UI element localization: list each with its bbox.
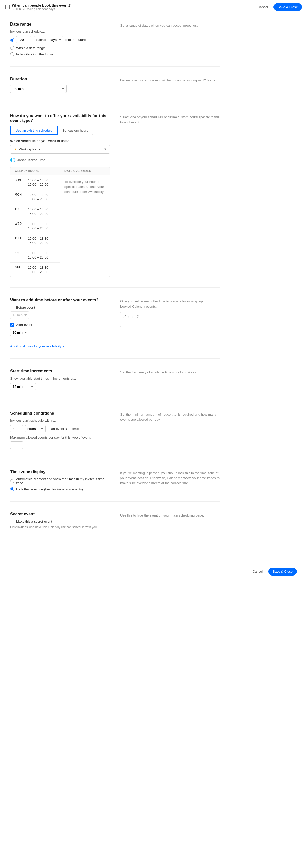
- table-row: SUN10:00 – 13:3015:00 – 20:00: [10, 175, 60, 190]
- timezone-display-title: Time zone display: [10, 469, 110, 474]
- timezone-row: 🌐 Japan, Korea Time: [10, 158, 110, 162]
- start-time-description: Show available start times in increments…: [10, 376, 110, 380]
- after-event-select[interactable]: 10 min 5 min 15 min 30 min: [10, 329, 29, 336]
- date-range-help: Set a range of dates when you can accept…: [120, 22, 220, 56]
- date-overrides-header: DATE OVERRIDES: [60, 167, 110, 175]
- duration-select[interactable]: 30 min 15 min 45 min 60 min: [10, 85, 66, 93]
- before-event-label[interactable]: Before event: [16, 306, 35, 309]
- availability-title: How do you want to offer your availabili…: [10, 114, 110, 123]
- header-left: ? When can people book this event? 30 mi…: [5, 3, 71, 11]
- additional-rules-link[interactable]: Additional rules for your availability ▾: [10, 344, 220, 348]
- after-event-row: After event: [10, 323, 110, 327]
- day-label: SAT: [15, 266, 24, 269]
- auto-detect-timezone-label[interactable]: Automatically detect and show the times …: [16, 477, 110, 485]
- time-slots: 10:00 – 13:3015:00 – 20:00: [28, 237, 48, 245]
- footer-cancel-button[interactable]: Cancel: [249, 567, 266, 576]
- chevron-down-icon: ▾: [62, 344, 64, 348]
- time-slots: 10:00 – 13:3015:00 – 20:00: [28, 193, 48, 201]
- before-event-select[interactable]: 15 min 5 min 10 min 30 min: [10, 311, 29, 319]
- indefinitely-option-row: Indefinitely into the future: [10, 52, 110, 56]
- schedule-dropdown[interactable]: ★ Working hours ▼: [10, 145, 110, 154]
- table-row: TUE10:00 – 13:3015:00 – 20:00: [10, 204, 60, 219]
- header-cancel-button[interactable]: Cancel: [255, 4, 271, 10]
- start-time-section: Start time increments Show available sta…: [10, 369, 220, 401]
- availability-section: How do you want to offer your availabili…: [10, 114, 220, 288]
- date-range-label[interactable]: Within a date range: [16, 46, 45, 50]
- buffer-left: Want to add time before or after your ev…: [10, 298, 110, 340]
- day-label: WED: [15, 222, 24, 225]
- weekly-hours-column: WEEKLY HOURS SUN10:00 – 13:3015:00 – 20:…: [10, 167, 60, 277]
- time-slot: 10:00 – 13:30: [28, 222, 48, 226]
- after-buffer-wrap: 10 min 5 min 15 min 30 min: [10, 329, 110, 336]
- rolling-radio[interactable]: [10, 38, 14, 42]
- before-buffer-wrap: 15 min 5 min 10 min 30 min: [10, 311, 110, 319]
- use-existing-schedule-button[interactable]: Use an existing schedule: [10, 126, 58, 135]
- timezone-label: Japan, Korea Time: [18, 158, 45, 162]
- schedule-table: WEEKLY HOURS SUN10:00 – 13:3015:00 – 20:…: [10, 166, 110, 277]
- after-event-checkbox[interactable]: [10, 323, 14, 327]
- before-event-checkbox[interactable]: [10, 306, 14, 309]
- time-slot: 10:00 – 13:30: [28, 208, 48, 211]
- day-label: TUE: [15, 208, 24, 211]
- notice-suffix: of an event start time.: [48, 427, 80, 431]
- secret-event-row: Make this a secret event: [10, 520, 110, 523]
- which-schedule-label: Which schedule do you want to use?: [10, 139, 110, 143]
- start-time-select[interactable]: 15 min 5 min 10 min 20 min 30 min 60 min: [10, 383, 36, 390]
- time-slots: 10:00 – 13:3015:00 – 20:00: [28, 222, 48, 230]
- timezone-display-help: If you're meeting in person, you should …: [120, 469, 220, 491]
- main-content: Date range Invitees can schedule... cale…: [0, 14, 230, 557]
- notice-unit-select[interactable]: hours minutes days: [25, 425, 46, 432]
- start-time-left: Start time increments Show available sta…: [10, 369, 110, 390]
- date-range-left: Date range Invitees can schedule... cale…: [10, 22, 110, 56]
- page-title: When can people book this event?: [12, 3, 71, 7]
- set-custom-hours-button[interactable]: Set custom hours: [58, 126, 93, 135]
- additional-rules-label: Additional rules for your availability: [10, 344, 61, 348]
- duration-section: Duration 30 min 15 min 45 min 60 min Def…: [10, 77, 220, 103]
- date-range-radio[interactable]: [10, 46, 14, 50]
- time-slot: 15:00 – 20:00: [28, 255, 48, 259]
- timezone-display-left: Time zone display Automatically detect a…: [10, 469, 110, 491]
- secret-event-checkbox[interactable]: [10, 520, 14, 523]
- before-event-row: Before event: [10, 306, 110, 309]
- header-actions: Cancel Save & Close: [255, 3, 302, 11]
- rolling-unit-select[interactable]: calendar days business days weeks: [33, 36, 63, 43]
- buffer-help: Give yourself some buffer time to prepar…: [120, 299, 220, 309]
- rolling-option-row: calendar days business days weeks into t…: [10, 36, 110, 43]
- table-row: MON10:00 – 13:3015:00 – 20:00: [10, 190, 60, 204]
- question-icon: ?: [5, 5, 10, 9]
- lock-timezone-radio[interactable]: [10, 487, 14, 491]
- secret-event-checkbox-label[interactable]: Make this a secret event: [16, 520, 52, 523]
- availability-left: How do you want to offer your availabili…: [10, 114, 110, 277]
- table-row: THU10:00 – 13:3015:00 – 20:00: [10, 234, 60, 248]
- notice-hours-input[interactable]: [10, 425, 23, 432]
- footer-save-button[interactable]: Save & Close: [268, 567, 297, 576]
- after-event-label[interactable]: After event: [16, 323, 32, 327]
- rolling-suffix: into the future: [65, 38, 86, 42]
- auto-detect-timezone-radio[interactable]: [10, 479, 14, 483]
- rolling-number-input[interactable]: [16, 36, 31, 43]
- indefinitely-label[interactable]: Indefinitely into the future: [16, 52, 53, 56]
- lock-timezone-row: Lock the timezone (best for in-person ev…: [10, 487, 110, 491]
- day-label: FRI: [15, 251, 24, 255]
- time-slot: 15:00 – 20:00: [28, 241, 48, 245]
- secret-event-description: Only invitees who have this Calendly lin…: [10, 525, 110, 529]
- indefinitely-radio[interactable]: [10, 52, 14, 56]
- time-slot: 15:00 – 20:00: [28, 226, 48, 230]
- duration-title: Duration: [10, 77, 110, 82]
- weekly-hours-header: WEEKLY HOURS: [10, 167, 60, 175]
- time-slot: 15:00 – 20:00: [28, 212, 48, 216]
- day-label: SUN: [15, 178, 24, 182]
- secret-event-left: Secret event Make this a secret event On…: [10, 512, 110, 529]
- time-slot: 10:00 – 13:30: [28, 237, 48, 240]
- availability-help: Select one of your schedules or define c…: [120, 114, 220, 277]
- notice-hours-row: hours minutes days of an event start tim…: [10, 425, 110, 432]
- table-row: FRI10:00 – 13:3015:00 – 20:00: [10, 248, 60, 262]
- page-subtitle: 30 min, 20 rolling calendar days: [12, 7, 71, 11]
- star-icon: ★: [13, 147, 17, 151]
- header-save-button[interactable]: Save & Close: [274, 3, 302, 11]
- max-events-input[interactable]: [10, 441, 23, 449]
- lock-timezone-label[interactable]: Lock the timezone (best for in-person ev…: [16, 487, 83, 491]
- secret-event-section: Secret event Make this a secret event On…: [10, 512, 220, 539]
- message-textarea[interactable]: [120, 312, 220, 327]
- secret-event-help: Use this to hide the event on your main …: [120, 512, 220, 529]
